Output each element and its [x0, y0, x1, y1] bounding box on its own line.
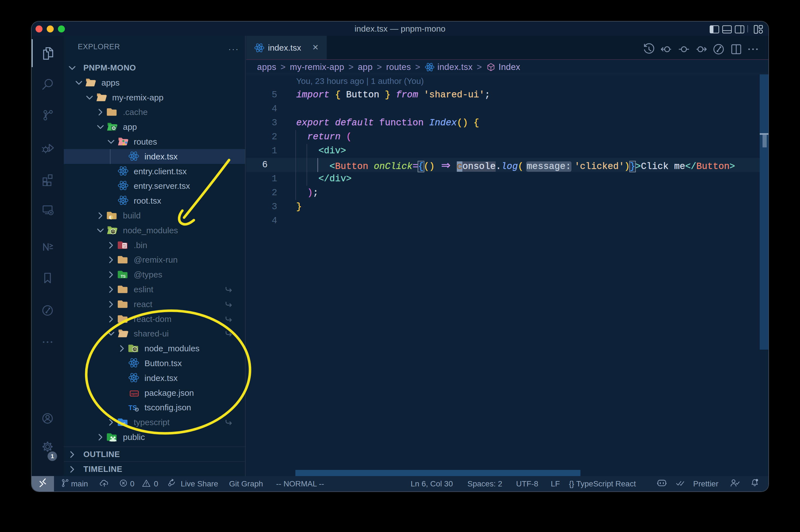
svg-text:10: 10	[123, 246, 126, 248]
svg-text:TS: TS	[120, 422, 126, 426]
svg-text:npm: npm	[131, 392, 137, 395]
svg-text:TS: TS	[120, 274, 126, 279]
svg-text:JS: JS	[133, 348, 136, 351]
svg-text:JS: JS	[111, 230, 115, 233]
